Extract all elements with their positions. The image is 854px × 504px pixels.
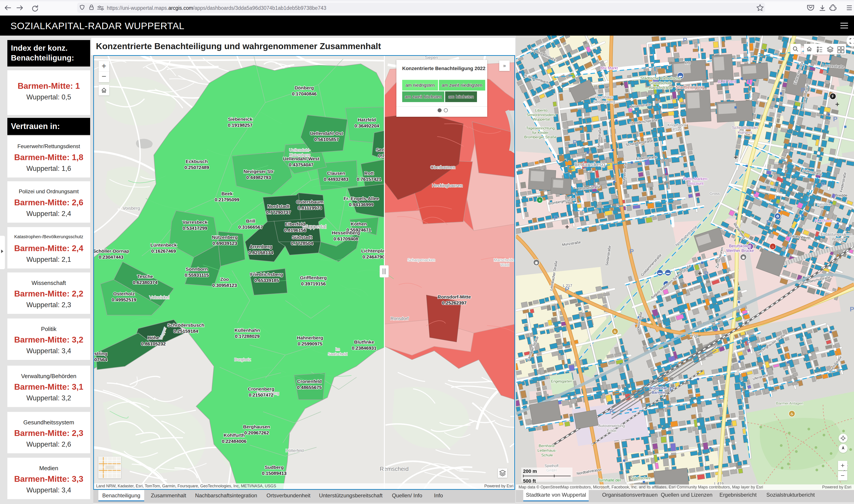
svg-text:Libento: Libento xyxy=(535,108,547,112)
svg-text:Barmen: Barmen xyxy=(652,391,665,394)
svg-text:0.19198257: 0.19198257 xyxy=(228,123,252,128)
svg-text:▬: ▬ xyxy=(658,271,662,275)
svg-text:Entlastungssamm: Entlastungssamm xyxy=(820,232,852,237)
svg-text:Sudberg: Sudberg xyxy=(265,465,283,470)
svg-text:0.82168134: 0.82168134 xyxy=(249,250,273,255)
svg-text:0.25159184: 0.25159184 xyxy=(174,328,198,334)
svg-text:Barmer Anlagen: Barmer Anlagen xyxy=(776,401,803,406)
svg-text:0.49952519: 0.49952519 xyxy=(112,297,136,302)
svg-text:Engelsgarten: Engelsgarten xyxy=(551,379,572,383)
svg-text:Hatzfeld: Hatzfeld xyxy=(358,117,376,122)
svg-text:0.23047443: 0.23047443 xyxy=(99,254,123,259)
svg-text:K 8: K 8 xyxy=(685,61,691,65)
svg-text:Städtische Katholische: Städtische Katholische xyxy=(640,76,681,80)
svg-text:0.23846931: 0.23846931 xyxy=(352,345,377,350)
svg-text:Grundschule: Grundschule xyxy=(649,81,672,85)
svg-text:Eckbusch: Eckbusch xyxy=(186,159,208,164)
svg-text:Gross: Gross xyxy=(710,192,719,196)
svg-text:0.30958123: 0.30958123 xyxy=(212,283,237,288)
svg-text:0.22484006: 0.22484006 xyxy=(222,438,247,444)
svg-text:P: P xyxy=(850,305,854,313)
svg-text:Siepen: Siepen xyxy=(425,56,438,60)
svg-text:Knopffabrik: Knopffabrik xyxy=(667,123,686,127)
svg-text:Dönberg: Dönberg xyxy=(295,85,314,90)
svg-text:PSW: PSW xyxy=(673,127,681,132)
svg-text:für Kinder: für Kinder xyxy=(532,130,548,135)
svg-text:Italstone: Italstone xyxy=(817,202,831,206)
svg-text:Seniorenresidenz: Seniorenresidenz xyxy=(527,113,556,117)
svg-text:Scharpenacken: Scharpenacken xyxy=(407,258,435,262)
svg-text:0.62380374: 0.62380374 xyxy=(133,280,158,285)
svg-text:P: P xyxy=(833,115,838,123)
svg-text:Südstadt: Südstadt xyxy=(292,235,312,240)
svg-text:♨: ♨ xyxy=(613,330,616,334)
svg-text:0.7728504: 0.7728504 xyxy=(291,241,313,246)
svg-text:Oberbarmen: Oberbarmen xyxy=(431,165,455,170)
svg-text:0.81119973: 0.81119973 xyxy=(298,205,322,211)
svg-text:Wupper: Wupper xyxy=(832,237,846,241)
svg-text:Ostersbaum: Ostersbaum xyxy=(296,199,324,204)
svg-text:0.44932483: 0.44932483 xyxy=(324,177,349,182)
svg-text:Tageseinrichtung: Tageseinrichtung xyxy=(526,126,555,130)
svg-text:Nevigeser Str: Nevigeser Str xyxy=(244,169,274,174)
svg-text:0.25990975: 0.25990975 xyxy=(298,341,323,346)
svg-text:Im: Im xyxy=(335,347,340,352)
svg-text:Letterhaus-: Letterhaus- xyxy=(538,448,557,453)
svg-text:Cronenfeld: Cronenfeld xyxy=(297,379,322,384)
svg-text:P: P xyxy=(746,339,751,346)
svg-text:0.48655675: 0.48655675 xyxy=(297,385,322,390)
svg-text:0.53417299: 0.53417299 xyxy=(183,226,207,231)
svg-text:0.17040846: 0.17040846 xyxy=(292,91,317,96)
svg-text:Bernhard-: Bernhard- xyxy=(539,444,556,448)
svg-text:Arrenberg: Arrenberg xyxy=(249,244,272,249)
svg-text:P: P xyxy=(821,181,825,188)
svg-text:Sedansberg: Sedansberg xyxy=(593,100,615,104)
svg-text:Bredde: Bredde xyxy=(835,193,848,198)
svg-text:Nordstadt: Nordstadt xyxy=(267,204,289,209)
svg-text:Turnhalle der: Turnhalle der xyxy=(598,478,621,482)
svg-text:0.16267469: 0.16267469 xyxy=(151,249,176,254)
svg-text:Mix Markt: Mix Markt xyxy=(600,66,618,70)
svg-text:0.15089413: 0.15089413 xyxy=(262,471,287,476)
svg-text:Schrotthandel: Schrotthandel xyxy=(732,125,758,130)
svg-text:◉: ◉ xyxy=(535,261,538,265)
svg-text:Bromberger Straße: Bromberger Straße xyxy=(524,135,557,139)
svg-text:Fr.-Engels-Allee: Fr.-Engels-Allee xyxy=(344,196,379,201)
svg-text:0.21507472: 0.21507472 xyxy=(249,392,274,397)
svg-text:0.69039123: 0.69039123 xyxy=(212,241,237,246)
svg-text:Brill: Brill xyxy=(246,218,255,223)
svg-text:F: F xyxy=(832,94,834,98)
svg-text:Berufskolleg: Berufskolleg xyxy=(729,244,751,248)
svg-text:Osterholz: Osterholz xyxy=(113,291,135,296)
svg-text:Städtisches: Städtisches xyxy=(631,476,650,480)
svg-text:0.36492204: 0.36492204 xyxy=(354,123,379,128)
svg-text:0.77290737: 0.77290737 xyxy=(266,210,291,215)
svg-text:Werther Brücke: Werther Brücke xyxy=(726,249,754,253)
svg-text:Schrödersbusch: Schrödersbusch xyxy=(168,323,204,328)
svg-text:Cronenberg: Cronenberg xyxy=(248,386,274,392)
svg-text:0.56105857: 0.56105857 xyxy=(314,137,339,142)
svg-text:Stadtreinigung: Stadtreinigung xyxy=(676,85,704,90)
svg-text:Voisberg: Voisberg xyxy=(123,206,140,211)
svg-text:Küllenhahn: Küllenhahn xyxy=(234,328,260,333)
svg-text:Burgholz: Burgholz xyxy=(234,357,251,362)
svg-text:Ronsdorf: Ronsdorf xyxy=(390,316,408,321)
svg-text:Elberfeld: Elberfeld xyxy=(285,221,305,227)
svg-text:P: P xyxy=(787,243,792,250)
svg-text:Lüntenbeck: Lüntenbeck xyxy=(151,242,177,248)
svg-text:Spielhoff: Spielhoff xyxy=(545,464,559,468)
svg-text:0.25262397: 0.25262397 xyxy=(442,300,467,305)
svg-text:P: P xyxy=(683,36,687,43)
svg-text:Hahnerberg: Hahnerberg xyxy=(297,335,323,340)
svg-text:Sonnborn: Sonnborn xyxy=(186,267,208,272)
svg-text:Blutfinke: Blutfinke xyxy=(354,339,374,344)
svg-text:Heckinghausen: Heckinghausen xyxy=(432,183,463,188)
svg-text:Eckel: Eckel xyxy=(607,429,616,433)
svg-text:◉: ◉ xyxy=(742,255,745,259)
svg-text:0.61709408: 0.61709408 xyxy=(334,236,358,241)
svg-text:P: P xyxy=(554,214,558,221)
svg-text:0.43754047: 0.43754047 xyxy=(289,162,314,167)
svg-text:0.44982793: 0.44982793 xyxy=(246,175,271,180)
svg-text:0.20967262: 0.20967262 xyxy=(244,430,269,435)
svg-text:Kürvers: Kürvers xyxy=(737,130,752,135)
